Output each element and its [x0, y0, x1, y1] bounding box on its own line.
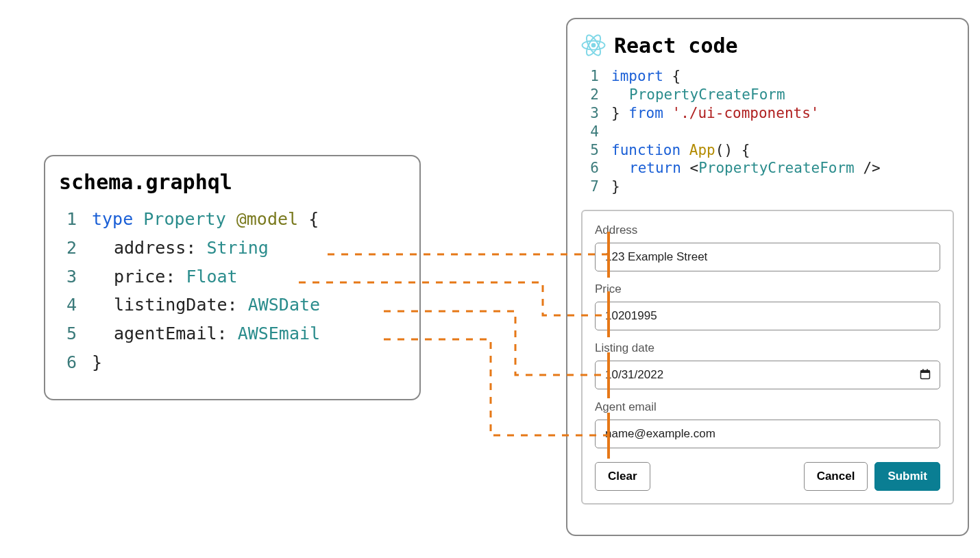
react-title: React code	[614, 34, 738, 58]
schema-panel: schema.graphql 1type Property @model {2a…	[44, 155, 421, 400]
react-code: 1import {2PropertyCreateForm3} from './u…	[581, 67, 954, 196]
line-number: 5	[581, 141, 611, 160]
react-panel: React code 1import {2PropertyCreateForm3…	[566, 18, 969, 536]
line-number: 4	[581, 123, 611, 141]
price-label: Price	[595, 282, 940, 296]
code-line: 5agentEmail: AWSEmail	[59, 319, 406, 348]
code-line: 3} from './ui-components'	[581, 104, 954, 123]
schema-code: 1type Property @model {2address: String3…	[59, 205, 406, 377]
code-line: 1type Property @model {	[59, 205, 406, 234]
code-content: return <PropertyCreateForm />	[611, 159, 881, 178]
agent-email-label: Agent email	[595, 400, 940, 414]
code-line: 6return <PropertyCreateForm />	[581, 159, 954, 178]
line-number: 6	[59, 348, 92, 377]
code-line: 4listingDate: AWSDate	[59, 291, 406, 319]
listing-date-input[interactable]	[595, 361, 940, 389]
code-line: 3price: Float	[59, 263, 406, 291]
line-number: 1	[59, 205, 92, 234]
line-number: 7	[581, 178, 611, 196]
code-content: import {	[611, 67, 681, 86]
line-number: 1	[581, 67, 611, 86]
code-content: price: Float	[92, 263, 238, 291]
property-form: Address Price Listing date Agent email C…	[581, 210, 954, 505]
line-number: 3	[59, 263, 92, 291]
line-number: 4	[59, 291, 92, 319]
code-content: function App() {	[611, 141, 750, 160]
schema-title: schema.graphql	[59, 170, 406, 194]
line-number: 2	[59, 234, 92, 263]
line-number: 5	[59, 319, 92, 348]
address-bar	[607, 232, 610, 278]
address-input[interactable]	[595, 243, 940, 271]
agent-email-input[interactable]	[595, 420, 940, 448]
clear-button[interactable]: Clear	[595, 462, 650, 491]
code-line: 1import {	[581, 67, 954, 86]
line-number: 6	[581, 159, 611, 178]
price-input[interactable]	[595, 302, 940, 330]
code-line: 7}	[581, 178, 954, 196]
code-content: agentEmail: AWSEmail	[92, 319, 320, 348]
code-content: address: String	[92, 234, 269, 263]
line-number: 3	[581, 104, 611, 123]
agent-bar	[607, 413, 610, 459]
price-bar	[607, 291, 610, 337]
code-line: 4	[581, 123, 954, 141]
submit-button[interactable]: Submit	[874, 462, 940, 491]
code-line: 6}	[59, 348, 406, 377]
code-content: } from './ui-components'	[611, 104, 819, 123]
code-content: listingDate: AWSDate	[92, 291, 320, 319]
code-line: 2PropertyCreateForm	[581, 86, 954, 104]
svg-point-0	[591, 43, 596, 48]
cancel-button[interactable]: Cancel	[804, 462, 868, 491]
react-icon	[581, 33, 606, 58]
code-content: type Property @model {	[92, 205, 319, 234]
listing-bar	[607, 352, 610, 398]
address-label: Address	[595, 223, 940, 237]
listing-date-label: Listing date	[595, 341, 940, 355]
code-line: 2address: String	[59, 234, 406, 263]
react-title-row: React code	[581, 33, 954, 58]
code-content: }	[92, 348, 102, 377]
line-number: 2	[581, 86, 611, 104]
form-buttons: Clear Cancel Submit	[595, 462, 940, 491]
code-content: }	[611, 178, 620, 196]
code-line: 5function App() {	[581, 141, 954, 160]
code-content: PropertyCreateForm	[611, 86, 785, 104]
